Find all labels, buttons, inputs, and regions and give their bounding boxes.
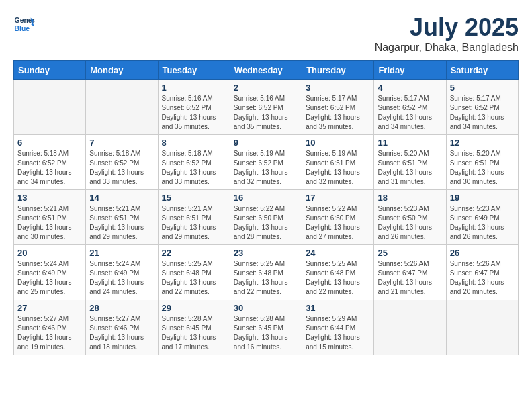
cell-details: Sunrise: 5:17 AM Sunset: 6:52 PM Dayligh… <box>450 94 515 132</box>
cell-details: Sunrise: 5:18 AM Sunset: 6:52 PM Dayligh… <box>17 149 82 187</box>
calendar-cell: 20Sunrise: 5:24 AM Sunset: 6:49 PM Dayli… <box>14 245 86 300</box>
week-row-5: 27Sunrise: 5:27 AM Sunset: 6:46 PM Dayli… <box>14 300 519 355</box>
weekday-header-thursday: Thursday <box>302 61 374 80</box>
day-number: 20 <box>17 248 82 258</box>
calendar-cell: 10Sunrise: 5:19 AM Sunset: 6:51 PM Dayli… <box>302 135 374 190</box>
cell-details: Sunrise: 5:19 AM Sunset: 6:51 PM Dayligh… <box>306 149 370 187</box>
day-number: 3 <box>306 83 370 93</box>
calendar-cell <box>374 300 446 355</box>
cell-details: Sunrise: 5:24 AM Sunset: 6:49 PM Dayligh… <box>17 259 82 297</box>
logo: General Blue <box>13 13 35 35</box>
day-number: 14 <box>89 193 154 203</box>
day-number: 29 <box>162 303 226 313</box>
day-number: 19 <box>450 193 515 203</box>
calendar-cell: 14Sunrise: 5:21 AM Sunset: 6:51 PM Dayli… <box>86 190 158 245</box>
day-number: 23 <box>234 248 298 258</box>
day-number: 9 <box>234 138 298 148</box>
calendar-cell <box>14 80 86 135</box>
cell-details: Sunrise: 5:28 AM Sunset: 6:45 PM Dayligh… <box>162 314 226 352</box>
calendar-cell: 6Sunrise: 5:18 AM Sunset: 6:52 PM Daylig… <box>14 135 86 190</box>
cell-details: Sunrise: 5:22 AM Sunset: 6:50 PM Dayligh… <box>234 204 298 242</box>
day-number: 8 <box>162 138 226 148</box>
week-row-3: 13Sunrise: 5:21 AM Sunset: 6:51 PM Dayli… <box>14 190 519 245</box>
cell-details: Sunrise: 5:18 AM Sunset: 6:52 PM Dayligh… <box>162 149 226 187</box>
calendar-cell: 9Sunrise: 5:19 AM Sunset: 6:52 PM Daylig… <box>230 135 302 190</box>
day-number: 21 <box>89 248 154 258</box>
calendar-cell: 30Sunrise: 5:28 AM Sunset: 6:45 PM Dayli… <box>230 300 302 355</box>
calendar-cell: 28Sunrise: 5:27 AM Sunset: 6:46 PM Dayli… <box>86 300 158 355</box>
cell-details: Sunrise: 5:16 AM Sunset: 6:52 PM Dayligh… <box>162 94 226 132</box>
weekday-header-saturday: Saturday <box>446 61 518 80</box>
cell-details: Sunrise: 5:27 AM Sunset: 6:46 PM Dayligh… <box>17 314 82 352</box>
day-number: 16 <box>234 193 298 203</box>
calendar-cell: 4Sunrise: 5:17 AM Sunset: 6:52 PM Daylig… <box>374 80 446 135</box>
cell-details: Sunrise: 5:17 AM Sunset: 6:52 PM Dayligh… <box>378 94 442 132</box>
calendar-cell: 1Sunrise: 5:16 AM Sunset: 6:52 PM Daylig… <box>158 80 230 135</box>
weekday-header-row: SundayMondayTuesdayWednesdayThursdayFrid… <box>14 61 519 80</box>
cell-details: Sunrise: 5:16 AM Sunset: 6:52 PM Dayligh… <box>234 94 298 132</box>
day-number: 17 <box>306 193 370 203</box>
month-title: July 2025 <box>375 13 519 42</box>
cell-details: Sunrise: 5:28 AM Sunset: 6:45 PM Dayligh… <box>234 314 298 352</box>
calendar-cell: 29Sunrise: 5:28 AM Sunset: 6:45 PM Dayli… <box>158 300 230 355</box>
cell-details: Sunrise: 5:21 AM Sunset: 6:51 PM Dayligh… <box>17 204 82 242</box>
day-number: 5 <box>450 83 515 93</box>
cell-details: Sunrise: 5:22 AM Sunset: 6:50 PM Dayligh… <box>306 204 370 242</box>
calendar-cell: 17Sunrise: 5:22 AM Sunset: 6:50 PM Dayli… <box>302 190 374 245</box>
cell-details: Sunrise: 5:24 AM Sunset: 6:49 PM Dayligh… <box>89 259 154 297</box>
weekday-header-friday: Friday <box>374 61 446 80</box>
calendar-cell: 11Sunrise: 5:20 AM Sunset: 6:51 PM Dayli… <box>374 135 446 190</box>
calendar-cell <box>446 300 518 355</box>
cell-details: Sunrise: 5:23 AM Sunset: 6:50 PM Dayligh… <box>378 204 442 242</box>
calendar-cell: 5Sunrise: 5:17 AM Sunset: 6:52 PM Daylig… <box>446 80 518 135</box>
calendar-cell: 22Sunrise: 5:25 AM Sunset: 6:48 PM Dayli… <box>158 245 230 300</box>
calendar-cell: 15Sunrise: 5:21 AM Sunset: 6:51 PM Dayli… <box>158 190 230 245</box>
day-number: 12 <box>450 138 515 148</box>
cell-details: Sunrise: 5:26 AM Sunset: 6:47 PM Dayligh… <box>378 259 442 297</box>
weekday-header-monday: Monday <box>86 61 158 80</box>
day-number: 7 <box>89 138 154 148</box>
cell-details: Sunrise: 5:25 AM Sunset: 6:48 PM Dayligh… <box>306 259 370 297</box>
calendar-cell: 2Sunrise: 5:16 AM Sunset: 6:52 PM Daylig… <box>230 80 302 135</box>
day-number: 4 <box>378 83 442 93</box>
week-row-2: 6Sunrise: 5:18 AM Sunset: 6:52 PM Daylig… <box>14 135 519 190</box>
day-number: 27 <box>17 303 82 313</box>
day-number: 10 <box>306 138 370 148</box>
week-row-1: 1Sunrise: 5:16 AM Sunset: 6:52 PM Daylig… <box>14 80 519 135</box>
calendar-cell <box>86 80 158 135</box>
cell-details: Sunrise: 5:17 AM Sunset: 6:52 PM Dayligh… <box>306 94 370 132</box>
calendar-cell: 7Sunrise: 5:18 AM Sunset: 6:52 PM Daylig… <box>86 135 158 190</box>
calendar-cell: 18Sunrise: 5:23 AM Sunset: 6:50 PM Dayli… <box>374 190 446 245</box>
cell-details: Sunrise: 5:21 AM Sunset: 6:51 PM Dayligh… <box>162 204 226 242</box>
day-number: 6 <box>17 138 82 148</box>
day-number: 26 <box>450 248 515 258</box>
day-number: 18 <box>378 193 442 203</box>
day-number: 22 <box>162 248 226 258</box>
weekday-header-wednesday: Wednesday <box>230 61 302 80</box>
day-number: 1 <box>162 83 226 93</box>
calendar-cell: 16Sunrise: 5:22 AM Sunset: 6:50 PM Dayli… <box>230 190 302 245</box>
calendar-cell: 27Sunrise: 5:27 AM Sunset: 6:46 PM Dayli… <box>14 300 86 355</box>
svg-text:Blue: Blue <box>15 25 30 32</box>
day-number: 31 <box>306 303 370 313</box>
page-header: General Blue July 2025 Nagarpur, Dhaka, … <box>13 13 519 54</box>
weekday-header-sunday: Sunday <box>14 61 86 80</box>
calendar-cell: 3Sunrise: 5:17 AM Sunset: 6:52 PM Daylig… <box>302 80 374 135</box>
week-row-4: 20Sunrise: 5:24 AM Sunset: 6:49 PM Dayli… <box>14 245 519 300</box>
calendar-cell: 31Sunrise: 5:29 AM Sunset: 6:44 PM Dayli… <box>302 300 374 355</box>
day-number: 2 <box>234 83 298 93</box>
cell-details: Sunrise: 5:29 AM Sunset: 6:44 PM Dayligh… <box>306 314 370 352</box>
calendar-cell: 21Sunrise: 5:24 AM Sunset: 6:49 PM Dayli… <box>86 245 158 300</box>
day-number: 13 <box>17 193 82 203</box>
calendar-cell: 19Sunrise: 5:23 AM Sunset: 6:49 PM Dayli… <box>446 190 518 245</box>
cell-details: Sunrise: 5:20 AM Sunset: 6:51 PM Dayligh… <box>450 149 515 187</box>
cell-details: Sunrise: 5:27 AM Sunset: 6:46 PM Dayligh… <box>89 314 154 352</box>
day-number: 24 <box>306 248 370 258</box>
logo-icon: General Blue <box>13 13 35 35</box>
cell-details: Sunrise: 5:18 AM Sunset: 6:52 PM Dayligh… <box>89 149 154 187</box>
day-number: 11 <box>378 138 442 148</box>
day-number: 28 <box>89 303 154 313</box>
cell-details: Sunrise: 5:19 AM Sunset: 6:52 PM Dayligh… <box>234 149 298 187</box>
cell-details: Sunrise: 5:26 AM Sunset: 6:47 PM Dayligh… <box>450 259 515 297</box>
cell-details: Sunrise: 5:21 AM Sunset: 6:51 PM Dayligh… <box>89 204 154 242</box>
